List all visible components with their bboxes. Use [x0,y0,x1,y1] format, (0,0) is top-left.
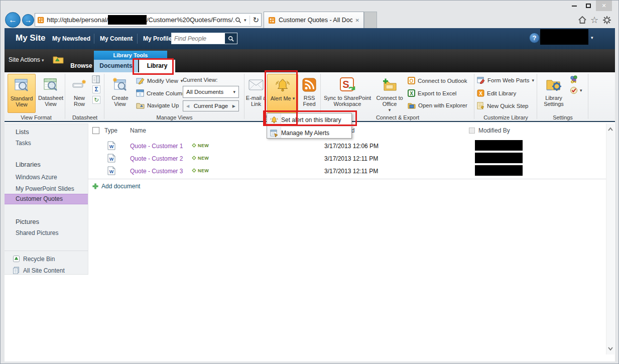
workflow-settings-button[interactable]: ▾ [570,86,582,94]
menu-item-manage-my-alerts[interactable]: Manage My Alerts [267,127,351,139]
edit-library-button[interactable]: X Edit Library [477,89,516,97]
settings-gear-icon[interactable] [602,16,611,25]
connect-to-office-button[interactable]: Connect to Office ▾ [374,74,405,113]
refresh-data-button[interactable]: ↻ [92,96,100,104]
site-favicon [37,16,44,24]
document-link[interactable]: Quote - Customer 3 [130,168,183,175]
scroll-down-icon[interactable] [607,345,613,351]
navigate-up-folder-icon[interactable] [53,54,64,64]
sidebar-item-windows-azure[interactable]: Windows Azure [16,174,57,181]
datasheet-form-button[interactable] [92,75,100,83]
nav-link-my-newsfeed[interactable]: My Newsfeed [52,35,90,42]
tab-documents[interactable]: Documents [94,60,138,72]
home-icon[interactable] [578,16,587,25]
sync-workspace-label: Sync to SharePoint Workspace [322,95,373,107]
address-dropdown-icon[interactable]: ▾ [244,18,246,23]
scroll-up-icon[interactable] [607,127,613,133]
forward-button[interactable]: → [22,14,34,26]
sidebar-header-libraries[interactable]: Libraries [16,161,41,168]
rss-icon [302,76,316,94]
email-link-button[interactable]: E-mail a Link [245,74,267,113]
browser-tab[interactable]: Customer Quotes - All Doc... ✕ [264,12,364,28]
navigate-up-icon [136,102,145,109]
modified-date: 3/17/2013 12:06 PM [324,143,379,150]
document-link[interactable]: Quote - Customer 1 [130,143,183,150]
column-header-modified-by[interactable]: Modified By [478,127,510,134]
form-web-parts-icon [477,77,485,84]
add-document-link[interactable]: Add document [92,183,140,190]
sidebar-item-tasks[interactable]: Tasks [16,140,31,147]
set-alert-label: Set alert on this library [281,116,341,124]
user-menu-caret-icon[interactable]: ▾ [591,35,593,40]
tab-close-icon[interactable]: ✕ [355,18,359,23]
modify-view-label: Modify View [147,78,178,84]
alert-me-button[interactable]: Alert Me▾ [267,74,298,113]
my-site-brand[interactable]: My Site [16,33,46,43]
sync-sharepoint-icon: S [339,76,356,94]
tab-title: Customer Quotes - All Doc... [279,17,352,24]
rss-feed-button[interactable]: RSS Feed [299,74,320,113]
standard-view-label: Standard View [9,95,35,107]
refresh-icon[interactable]: ↻ [253,16,259,25]
find-people-search-button[interactable] [225,33,237,44]
library-permissions-button[interactable] [570,75,579,83]
form-web-parts-button[interactable]: Form Web Parts ▾ [477,77,534,84]
nav-link-my-profile[interactable]: My Profile [143,35,172,42]
nav-link-my-content[interactable]: My Content [100,35,133,42]
export-to-excel-button[interactable]: X Export to Excel [408,89,456,97]
sidebar-item-all-site-content[interactable]: All Site Content [13,267,65,274]
sync-workspace-button[interactable]: S Sync to SharePoint Workspace [322,74,373,113]
site-actions-label: Site Actions [9,56,40,63]
help-button[interactable]: ? [529,33,540,43]
new-tab-button[interactable] [364,12,377,28]
tab-library[interactable]: Library [139,60,175,72]
close-button[interactable]: ✕ [596,1,612,11]
create-view-button[interactable]: Create View [107,74,133,113]
modified-by-redaction [475,153,523,163]
select-all-checkbox[interactable] [92,127,99,134]
new-row-button[interactable]: New Row [68,74,91,113]
sidebar-item-my-powerpoint-slides[interactable]: My PowerPoint Slides [16,185,74,192]
sidebar-header-pictures[interactable]: Pictures [16,218,39,225]
column-header-type[interactable]: Type [104,127,117,134]
vertical-scrollbar[interactable] [606,124,614,354]
menu-item-set-alert[interactable]: Set alert on this library [267,113,351,126]
minimize-button[interactable] [568,1,581,11]
workflow-caret-icon: ▾ [580,88,582,93]
column-header-name[interactable]: Name [130,127,146,134]
find-people-input[interactable] [172,33,225,44]
current-view-select[interactable]: All Documents ▾ [183,86,239,98]
next-page-icon[interactable]: ▶ [232,104,235,108]
library-settings-button[interactable]: Library Settings [540,74,568,113]
sidebar-item-shared-pictures[interactable]: Shared Pictures [16,229,58,236]
totals-sigma-button[interactable]: Σ [92,85,100,93]
svg-text:S: S [342,79,349,90]
modify-view-icon [136,77,145,84]
sidebar-header-lists[interactable]: Lists [16,128,29,136]
modified-by-presence-icon [469,128,475,134]
sidebar-item-customer-quotes-selected[interactable]: Customer Quotes [5,194,88,204]
site-actions-menu[interactable]: Site Actions ▾ [9,56,44,63]
document-link[interactable]: Quote - Customer 2 [130,155,183,162]
user-name-redaction[interactable] [540,29,588,45]
new-quick-step-button[interactable]: New Quick Step [477,102,528,109]
library-label: Library [147,62,168,69]
create-column-button[interactable]: Create Column [136,89,185,97]
group-divider [65,74,65,119]
back-button[interactable]: ← [5,12,21,28]
maximize-button[interactable] [582,1,595,11]
open-with-explorer-button[interactable]: Open with Explorer [408,102,467,109]
search-icon[interactable] [235,17,241,24]
datasheet-view-button[interactable]: Datasheet View [37,74,65,113]
sidebar-item-recycle-bin[interactable]: Recycle Bin [13,255,55,263]
modified-by-redaction [475,140,523,151]
connect-to-outlook-button[interactable]: O Connect to Outlook [408,77,467,84]
modify-view-button[interactable]: Modify View ▾ [136,77,183,84]
favorites-star-icon[interactable]: ☆ [590,15,598,26]
tab-browse[interactable]: Browse [68,60,94,72]
address-bar[interactable]: http://qtube/personal/ /Customer%20Quote… [35,13,262,27]
standard-view-button[interactable]: Standard View [8,74,36,113]
page-content: Lists Tasks Libraries Windows Azure My P… [5,122,615,361]
navigate-up-button[interactable]: Navigate Up [136,102,179,109]
new-badge: NEW [198,156,209,161]
